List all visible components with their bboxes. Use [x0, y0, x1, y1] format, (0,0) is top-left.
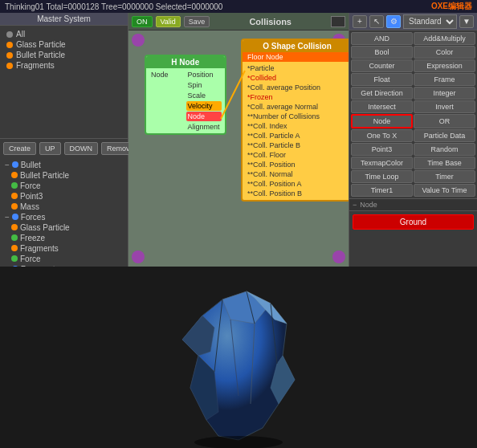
create-button[interactable]: Create [3, 142, 36, 155]
dot-orange-icon [6, 42, 13, 48]
btn-timeloop[interactable]: Time Loop [351, 170, 413, 183]
o-field-coll-avg-pos: *Coll. average Position [246, 83, 349, 92]
btn-integer[interactable]: Integer [414, 87, 475, 100]
h-node[interactable]: H Node Node Position Spin Scale Velocity… [145, 55, 226, 135]
bp-dot [11, 172, 18, 178]
system-list: All Glass Particle Bullet Particle Fragm… [0, 26, 128, 138]
o-field-coll-normal: **Coll. Normal [246, 169, 349, 179]
btn-float[interactable]: Float [351, 73, 413, 86]
valid-button[interactable]: Valid [156, 16, 181, 27]
gp-dot [11, 224, 18, 230]
forces-dot [12, 214, 18, 220]
expand-forces-icon: − [5, 213, 10, 222]
tree-point3-label: Point3 [20, 192, 43, 201]
o-shape-body: *Particle *Collided *Coll. average Posit… [243, 62, 349, 200]
system-item-glass[interactable]: Glass Particle [3, 39, 124, 50]
btn-intersect[interactable]: Intersect [351, 100, 413, 113]
o-field-coll-position: **Coll. Position [246, 160, 349, 169]
f2-dot [11, 255, 18, 262]
o-field-coll-particle-a: **Coll. Particle A [246, 131, 349, 141]
btn-node[interactable]: Node [351, 114, 413, 128]
o-shape-node[interactable]: O Shape Collision Floor Node *Particle *… [241, 39, 349, 202]
system-item-glass-label: Glass Particle [16, 40, 66, 49]
system-item-all[interactable]: All [3, 29, 124, 39]
h-field-velocity: Velocity [186, 101, 222, 111]
btn-timebase[interactable]: Time Base [414, 157, 475, 169]
tree-mass[interactable]: Mass [2, 202, 126, 212]
o-field-particle: *Particle [246, 63, 349, 73]
toolbar-expand-btn[interactable]: ▼ [459, 15, 474, 28]
btn-counter[interactable]: Counter [351, 59, 413, 72]
system-controls: Create UP DOWN Remove [0, 138, 128, 158]
btn-texmapcolor[interactable]: TexmapColor [351, 157, 413, 169]
tree-fragments1[interactable]: Fragments [2, 243, 126, 254]
tree-glass-particle[interactable]: Glass Particle [2, 222, 126, 233]
btn-addmultiply[interactable]: Add&Multiply [414, 32, 475, 45]
right-toolbar: + ↖ ⚙ Standard ▼ [349, 13, 477, 31]
dot-orange2-icon [6, 52, 13, 59]
right-panel: + ↖ ⚙ Standard ▼ AND Add&Multiply Bool C… [349, 13, 477, 267]
btn-and[interactable]: AND [351, 32, 413, 45]
o-field-coll-particle-b: **Coll. Particle B [246, 141, 349, 150]
system-item-bullet[interactable]: Bullet Particle [3, 50, 124, 60]
system-item-fragments[interactable]: Fragments [3, 60, 124, 71]
o-field-num-collisions: **Number of Collisions [246, 112, 349, 121]
center-panel: ON Valid Save Collisions H Node Node Pos… [128, 13, 349, 267]
h-node-title: H Node [146, 56, 225, 68]
btn-getdirection[interactable]: Get Direction [351, 87, 413, 100]
up-button[interactable]: UP [39, 142, 61, 155]
tree-force2-label: Force [20, 255, 41, 263]
btn-valuetotime[interactable]: Value To Time [414, 184, 475, 197]
p3-dot [11, 193, 18, 199]
btn-point3[interactable]: Point3 [351, 143, 413, 156]
btn-random[interactable]: Random [414, 143, 475, 156]
btn-invert[interactable]: Invert [414, 100, 475, 113]
toolbar-move-btn[interactable]: + [353, 15, 367, 28]
dot-orange3-icon [6, 63, 13, 69]
standard-dropdown[interactable]: Standard [403, 14, 457, 29]
left-panel: Master System All Glass Particle Bullet … [0, 13, 128, 267]
h-field-position: Position [186, 70, 222, 79]
bullet-dot [12, 161, 18, 168]
minus-divider: − [353, 201, 357, 209]
btn-or[interactable]: OR [414, 114, 475, 128]
btn-onetox[interactable]: One To X [351, 129, 413, 142]
o-field-coll-floor: **Coll. Floor [246, 150, 349, 160]
ground-button[interactable]: Ground [353, 214, 474, 230]
viewport-3d [0, 267, 477, 448]
o-field-collided: *Collided [246, 73, 349, 83]
o-field-coll-index: **Coll. Index [246, 121, 349, 131]
tree-force2[interactable]: Force [2, 254, 126, 264]
tree-freeze[interactable]: Freeze [2, 233, 126, 243]
panel-menu-button[interactable] [331, 16, 345, 27]
node-section-title: Node [360, 201, 377, 209]
btn-color[interactable]: Color [414, 46, 475, 59]
tree-force1[interactable]: Force [2, 181, 126, 191]
fr-dot [11, 234, 18, 241]
save-button[interactable]: Save [184, 16, 210, 27]
btn-expression[interactable]: Expression [414, 59, 475, 72]
canvas-area[interactable]: H Node Node Position Spin Scale Velocity… [128, 31, 349, 267]
h-node-col-left: Node [149, 70, 170, 132]
tree-forces[interactable]: − Forces [2, 212, 126, 222]
btn-frame[interactable]: Frame [414, 73, 475, 86]
tree-mass-label: Mass [20, 202, 39, 211]
on-button[interactable]: ON [132, 16, 153, 27]
toolbar-settings-btn[interactable]: ⚙ [386, 15, 401, 28]
3d-model-svg [158, 275, 319, 448]
system-item-all-label: All [16, 30, 25, 39]
btn-particledata[interactable]: Particle Data [414, 129, 475, 142]
toolbar-cursor-btn[interactable]: ↖ [369, 15, 384, 28]
tree-point3[interactable]: Point3 [2, 191, 126, 202]
down-button[interactable]: DOWN [64, 142, 99, 155]
btn-timer[interactable]: Timer [414, 170, 475, 183]
system-item-bullet-label: Bullet Particle [16, 51, 65, 59]
tree-force1-label: Force [20, 181, 41, 190]
tree-bullet[interactable]: − Bullet [2, 160, 126, 170]
btn-bool[interactable]: Bool [351, 46, 413, 59]
app-logo: OXE编辑器 [431, 1, 472, 12]
tree-bullet-particle[interactable]: Bullet Particle [2, 170, 126, 181]
btn-timer1[interactable]: Timer1 [351, 184, 413, 197]
system-item-fragments-label: Fragments [16, 61, 55, 70]
o-field-coll-pos-b: **Coll. Position B [246, 189, 349, 198]
